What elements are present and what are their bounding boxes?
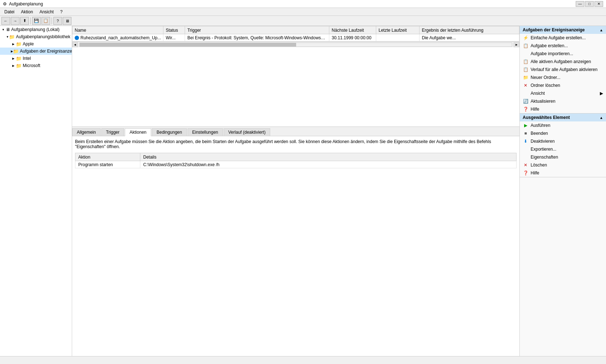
submenu-arrow: ▶ <box>600 91 603 96</box>
tree-item-intel[interactable]: ▶ 📁 Intel <box>0 55 72 62</box>
action-panel-item[interactable]: ■Beenden <box>520 129 606 137</box>
maximize-button[interactable]: □ <box>585 1 594 7</box>
actions-element-items: ▶Ausführen■Beenden⬇DeaktivierenExportier… <box>520 121 606 177</box>
action-panel-item[interactable]: 📋Verlauf für alle Aufgaben aktivieren <box>520 66 606 74</box>
toolbar-paste[interactable]: 📋 <box>41 17 50 25</box>
action-panel-item[interactable]: Exportieren... <box>520 145 606 153</box>
minimize-button[interactable]: — <box>576 1 584 7</box>
tree-label-ereignisanzeige: Aufgaben der Ereignisanzeige <box>20 49 72 54</box>
col-result[interactable]: Ergebnis der letzten Ausführung <box>420 26 519 34</box>
action-panel-item[interactable]: ❓Hilfe <box>520 169 606 177</box>
toolbar-save[interactable]: 💾 <box>32 17 41 25</box>
tab-allgemein[interactable]: Allgemein <box>72 128 101 136</box>
action-panel-item[interactable]: Ansicht▶ <box>520 89 606 97</box>
toolbar-back[interactable]: ← <box>1 17 10 25</box>
title-bar-left: ⚙ Aufgabenplanung <box>3 1 43 6</box>
tree-label-root: Aufgabenplanung (Lokal) <box>11 27 60 32</box>
action-row: Programm starten C:\Windows\System32\shu… <box>75 161 517 168</box>
hscroll-track[interactable] <box>79 43 512 47</box>
action-label: Ansicht <box>531 91 545 96</box>
close-button[interactable]: ✕ <box>594 1 603 7</box>
tab-bedingungen[interactable]: Bedingungen <box>152 128 187 136</box>
action-icon: ⬇ <box>523 138 528 144</box>
action-icon: ✕ <box>523 83 528 88</box>
action-icon-empty <box>523 90 528 96</box>
menu-datei[interactable]: Datei <box>1 9 17 15</box>
task-status: Wir... <box>163 34 185 41</box>
action-label: Aufgabe importieren... <box>531 51 573 56</box>
toolbar-monitor[interactable]: 🖥 <box>63 17 71 25</box>
task-next-run: 30.11.1999 00:00:00 <box>329 34 376 41</box>
col-name[interactable]: Name <box>73 26 163 34</box>
action-label: Aktualisieren <box>531 99 556 104</box>
col-trigger[interactable]: Trigger <box>185 26 329 34</box>
action-panel-item[interactable]: ▶Ausführen <box>520 121 606 129</box>
task-result: Die Aufgabe we... <box>420 34 519 41</box>
action-panel-item[interactable]: Aufgabe importieren... <box>520 50 606 58</box>
actions-main-items: ⚡Einfache Aufgabe erstellen...📋Aufgabe e… <box>520 34 606 113</box>
action-icon: ❓ <box>523 106 528 112</box>
computer-icon: 🖥 <box>6 27 10 32</box>
menu-aktion[interactable]: Aktion <box>18 9 36 15</box>
action-icon: 📋 <box>523 43 528 49</box>
action-panel-item[interactable]: ❓Hilfe <box>520 105 606 113</box>
menu-ansicht[interactable]: Ansicht <box>36 9 56 15</box>
expander-microsoft: ▶ <box>11 63 16 68</box>
action-panel-item[interactable]: 📋Aufgabe erstellen... <box>520 42 606 50</box>
action-panel-item[interactable]: ✕Löschen <box>520 161 606 169</box>
action-table: Aktion Details Programm starten C:\Windo… <box>75 153 517 168</box>
folder-icon-apple: 📁 <box>16 41 22 47</box>
expander-apple: ▶ <box>11 41 16 46</box>
expander-root: ▼ <box>1 27 6 32</box>
action-panel-item[interactable]: 🔄Aktualisieren <box>520 97 606 105</box>
tree-panel: ▼ 🖥 Aufgabenplanung (Lokal) ▼ 📁 Aufgaben… <box>0 26 72 356</box>
action-label: Deaktivieren <box>531 139 555 144</box>
right-panel: Aufgaben der Ereignisanzeige ▲ ⚡Einfache… <box>519 26 606 356</box>
action-icon: ❓ <box>523 170 528 176</box>
toolbar-forward[interactable]: → <box>11 17 19 25</box>
menu-bar: Datei Aktion Ansicht ? <box>0 8 606 16</box>
folder-icon-ereignisanzeige: 📁 <box>13 49 19 54</box>
folder-icon-microsoft: 📁 <box>16 63 22 68</box>
col-last-run[interactable]: Letzte Laufzeit <box>376 26 420 34</box>
actions-section-header-main: Aufgaben der Ereignisanzeige ▲ <box>520 26 606 34</box>
tab-verlauf[interactable]: Verlauf (deaktiviert) <box>224 128 270 136</box>
tab-einstellungen[interactable]: Einstellungen <box>188 128 223 136</box>
col-status[interactable]: Status <box>163 26 185 34</box>
table-area: Name Status Trigger Nächste Laufzeit Let… <box>72 26 519 127</box>
action-panel-item[interactable]: Eigenschaften <box>520 153 606 161</box>
tree-item-bibliothek[interactable]: ▼ 📁 Aufgabenplanungsbibliothek <box>0 33 72 40</box>
action-label: Alle aktiven Aufgaben anzeigen <box>531 59 591 64</box>
action-icon-empty <box>523 146 528 152</box>
tree-label-microsoft: Microsoft <box>23 63 40 68</box>
task-row[interactable]: Ruhezustand_nach_automatischem_Up... Wir… <box>73 34 519 41</box>
folder-icon-intel: 📁 <box>16 56 22 61</box>
menu-help[interactable]: ? <box>57 9 66 15</box>
action-icon: 📁 <box>523 75 528 80</box>
tab-trigger[interactable]: Trigger <box>101 128 124 136</box>
scroll-right-arrow[interactable]: ► <box>514 42 519 47</box>
toolbar-up[interactable]: ⬆ <box>20 17 29 25</box>
tree-item-root[interactable]: ▼ 🖥 Aufgabenplanung (Lokal) <box>0 26 72 33</box>
toolbar-help[interactable]: ? <box>53 17 62 25</box>
action-panel-item[interactable]: ⬇Deaktivieren <box>520 137 606 145</box>
tab-aktionen[interactable]: Aktionen <box>125 128 151 136</box>
action-panel-item[interactable]: ✕Ordner löschen <box>520 81 606 89</box>
action-type: Programm starten <box>75 161 140 168</box>
status-bar <box>0 356 606 364</box>
title-bar: ⚙ Aufgabenplanung — □ ✕ <box>0 0 606 8</box>
main-container: ▼ 🖥 Aufgabenplanung (Lokal) ▼ 📁 Aufgaben… <box>0 26 606 356</box>
tree-label-apple: Apple <box>23 41 34 46</box>
tree-item-ereignisanzeige[interactable]: ▶ 📁 Aufgaben der Ereignisanzeige <box>0 48 72 55</box>
tree-item-apple[interactable]: ▶ 📁 Apple <box>0 40 72 48</box>
action-panel-item[interactable]: ⚡Einfache Aufgabe erstellen... <box>520 34 606 42</box>
tree-item-microsoft[interactable]: ▶ 📁 Microsoft <box>0 62 72 69</box>
col-next-run[interactable]: Nächste Laufzeit <box>329 26 376 34</box>
scroll-left-arrow[interactable]: ◄ <box>72 42 78 47</box>
action-panel-item[interactable]: 📋Alle aktiven Aufgaben anzeigen <box>520 58 606 66</box>
toolbar-sep1 <box>30 17 31 25</box>
folder-icon-bibliothek: 📁 <box>9 34 15 40</box>
action-label: Hilfe <box>531 107 539 112</box>
action-panel-item[interactable]: 📁Neuer Ordner... <box>520 74 606 81</box>
task-name: Ruhezustand_nach_automatischem_Up... <box>73 34 163 41</box>
